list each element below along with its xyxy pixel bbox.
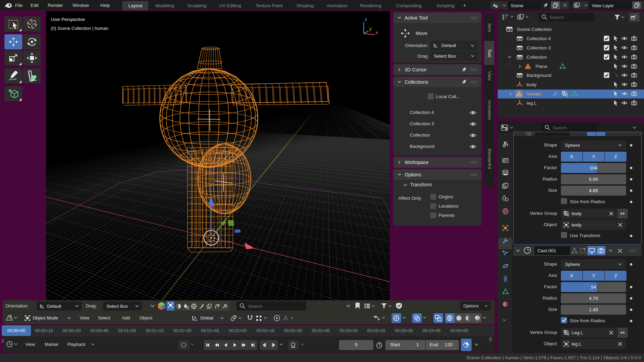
svg-text:x: x <box>375 30 378 35</box>
svg-text:y: y <box>369 26 372 31</box>
svg-text:z: z <box>365 17 367 22</box>
